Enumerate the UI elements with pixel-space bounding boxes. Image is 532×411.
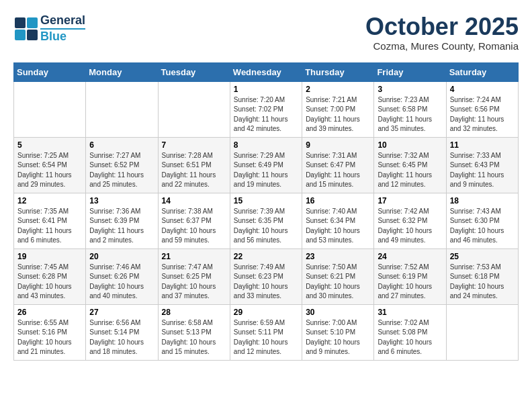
day-number: 22 [234, 252, 298, 261]
calendar-cell: 25Sunrise: 7:53 AM Sunset: 6:18 PM Dayli… [446, 248, 518, 304]
day-number: 13 [89, 196, 154, 205]
calendar-cell: 13Sunrise: 7:36 AM Sunset: 6:39 PM Dayli… [86, 193, 158, 248]
day-number: 29 [234, 308, 298, 317]
day-info: Sunrise: 7:20 AM Sunset: 7:02 PM Dayligh… [234, 95, 298, 134]
weekday-header-wednesday: Wednesday [230, 62, 302, 81]
day-info: Sunrise: 7:43 AM Sunset: 6:30 PM Dayligh… [450, 207, 515, 246]
day-info: Sunrise: 7:02 AM Sunset: 5:08 PM Dayligh… [378, 318, 442, 357]
logo-text-general: General [40, 13, 85, 28]
calendar-cell: 12Sunrise: 7:35 AM Sunset: 6:41 PM Dayli… [14, 193, 86, 248]
weekday-header-saturday: Saturday [446, 62, 518, 81]
calendar-cell: 15Sunrise: 7:39 AM Sunset: 6:35 PM Dayli… [230, 193, 302, 248]
day-info: Sunrise: 7:46 AM Sunset: 6:26 PM Dayligh… [89, 263, 154, 302]
day-number: 27 [89, 308, 154, 317]
logo-text-blue: Blue [40, 28, 85, 44]
calendar-cell: 2Sunrise: 7:21 AM Sunset: 7:00 PM Daylig… [302, 81, 374, 137]
title-block: October 2025 Cozma, Mures County, Romani… [365, 13, 519, 52]
calendar-cell [14, 81, 86, 137]
calendar-cell: 24Sunrise: 7:52 AM Sunset: 6:19 PM Dayli… [374, 248, 446, 304]
calendar-cell [86, 81, 158, 137]
day-info: Sunrise: 7:25 AM Sunset: 6:54 PM Dayligh… [17, 151, 82, 190]
day-info: Sunrise: 7:38 AM Sunset: 6:37 PM Dayligh… [162, 207, 226, 246]
day-number: 11 [450, 140, 515, 150]
day-number: 6 [89, 140, 154, 150]
calendar-cell: 27Sunrise: 6:56 AM Sunset: 5:14 PM Dayli… [86, 304, 158, 360]
day-info: Sunrise: 6:59 AM Sunset: 5:11 PM Dayligh… [234, 318, 298, 357]
week-row-2: 5Sunrise: 7:25 AM Sunset: 6:54 PM Daylig… [14, 137, 519, 193]
day-number: 19 [17, 252, 82, 261]
calendar-cell: 20Sunrise: 7:46 AM Sunset: 6:26 PM Dayli… [86, 248, 158, 304]
day-info: Sunrise: 7:50 AM Sunset: 6:21 PM Dayligh… [306, 263, 370, 302]
calendar-cell: 31Sunrise: 7:02 AM Sunset: 5:08 PM Dayli… [374, 304, 446, 360]
month-title: October 2025 [365, 13, 519, 40]
calendar-cell [158, 81, 230, 137]
svg-rect-1 [27, 17, 38, 28]
day-number: 28 [162, 308, 226, 317]
day-info: Sunrise: 7:45 AM Sunset: 6:28 PM Dayligh… [17, 263, 82, 302]
svg-rect-0 [15, 17, 26, 28]
day-number: 20 [89, 252, 154, 261]
calendar-cell: 21Sunrise: 7:47 AM Sunset: 6:25 PM Dayli… [158, 248, 230, 304]
calendar-cell: 14Sunrise: 7:38 AM Sunset: 6:37 PM Dayli… [158, 193, 230, 248]
calendar-cell: 17Sunrise: 7:42 AM Sunset: 6:32 PM Dayli… [374, 193, 446, 248]
day-number: 1 [234, 85, 298, 94]
day-info: Sunrise: 7:28 AM Sunset: 6:51 PM Dayligh… [162, 151, 226, 190]
weekday-header-row: SundayMondayTuesdayWednesdayThursdayFrid… [14, 62, 519, 81]
day-info: Sunrise: 7:40 AM Sunset: 6:34 PM Dayligh… [306, 207, 370, 246]
day-number: 10 [378, 140, 442, 150]
calendar-cell: 5Sunrise: 7:25 AM Sunset: 6:54 PM Daylig… [14, 137, 86, 193]
svg-rect-2 [15, 30, 26, 40]
day-number: 31 [378, 308, 442, 317]
logo: General Blue [13, 13, 85, 44]
week-row-5: 26Sunrise: 6:55 AM Sunset: 5:16 PM Dayli… [14, 304, 519, 360]
calendar-cell [446, 304, 518, 360]
day-info: Sunrise: 7:00 AM Sunset: 5:10 PM Dayligh… [306, 318, 370, 357]
day-info: Sunrise: 7:35 AM Sunset: 6:41 PM Dayligh… [17, 207, 82, 246]
calendar-cell: 3Sunrise: 7:23 AM Sunset: 6:58 PM Daylig… [374, 81, 446, 137]
day-info: Sunrise: 7:33 AM Sunset: 6:43 PM Dayligh… [450, 151, 515, 190]
page-header: General Blue October 2025 Cozma, Mures C… [13, 13, 519, 52]
day-info: Sunrise: 7:32 AM Sunset: 6:45 PM Dayligh… [378, 151, 442, 190]
calendar-cell: 18Sunrise: 7:43 AM Sunset: 6:30 PM Dayli… [446, 193, 518, 248]
day-number: 14 [162, 196, 226, 205]
weekday-header-tuesday: Tuesday [158, 62, 230, 81]
calendar-cell: 30Sunrise: 7:00 AM Sunset: 5:10 PM Dayli… [302, 304, 374, 360]
calendar-cell: 4Sunrise: 7:24 AM Sunset: 6:56 PM Daylig… [446, 81, 518, 137]
day-info: Sunrise: 7:47 AM Sunset: 6:25 PM Dayligh… [162, 263, 226, 302]
day-number: 23 [306, 252, 370, 261]
weekday-header-friday: Friday [374, 62, 446, 81]
day-number: 24 [378, 252, 442, 261]
day-info: Sunrise: 7:36 AM Sunset: 6:39 PM Dayligh… [89, 207, 154, 246]
day-info: Sunrise: 7:24 AM Sunset: 6:56 PM Dayligh… [450, 95, 515, 134]
calendar-cell: 26Sunrise: 6:55 AM Sunset: 5:16 PM Dayli… [14, 304, 86, 360]
day-info: Sunrise: 7:49 AM Sunset: 6:23 PM Dayligh… [234, 263, 298, 302]
week-row-4: 19Sunrise: 7:45 AM Sunset: 6:28 PM Dayli… [14, 248, 519, 304]
day-number: 16 [306, 196, 370, 205]
calendar-cell: 11Sunrise: 7:33 AM Sunset: 6:43 PM Dayli… [446, 137, 518, 193]
day-number: 18 [450, 196, 515, 205]
day-info: Sunrise: 7:29 AM Sunset: 6:49 PM Dayligh… [234, 151, 298, 190]
day-number: 26 [17, 308, 82, 317]
day-number: 8 [234, 140, 298, 150]
day-number: 25 [450, 252, 515, 261]
day-info: Sunrise: 7:27 AM Sunset: 6:52 PM Dayligh… [89, 151, 154, 190]
week-row-3: 12Sunrise: 7:35 AM Sunset: 6:41 PM Dayli… [14, 193, 519, 248]
day-info: Sunrise: 6:55 AM Sunset: 5:16 PM Dayligh… [17, 318, 82, 357]
location-subtitle: Cozma, Mures County, Romania [365, 40, 519, 52]
day-number: 3 [378, 85, 442, 94]
day-number: 5 [17, 140, 82, 150]
day-number: 2 [306, 85, 370, 94]
day-number: 17 [378, 196, 442, 205]
logo-icon [13, 16, 39, 42]
svg-rect-3 [27, 30, 38, 40]
calendar-cell: 23Sunrise: 7:50 AM Sunset: 6:21 PM Dayli… [302, 248, 374, 304]
day-info: Sunrise: 7:21 AM Sunset: 7:00 PM Dayligh… [306, 95, 370, 134]
calendar-cell: 1Sunrise: 7:20 AM Sunset: 7:02 PM Daylig… [230, 81, 302, 137]
calendar-cell: 16Sunrise: 7:40 AM Sunset: 6:34 PM Dayli… [302, 193, 374, 248]
day-info: Sunrise: 7:53 AM Sunset: 6:18 PM Dayligh… [450, 263, 515, 302]
day-number: 4 [450, 85, 515, 94]
day-info: Sunrise: 7:39 AM Sunset: 6:35 PM Dayligh… [234, 207, 298, 246]
day-info: Sunrise: 6:56 AM Sunset: 5:14 PM Dayligh… [89, 318, 154, 357]
day-number: 12 [17, 196, 82, 205]
weekday-header-sunday: Sunday [14, 62, 86, 81]
